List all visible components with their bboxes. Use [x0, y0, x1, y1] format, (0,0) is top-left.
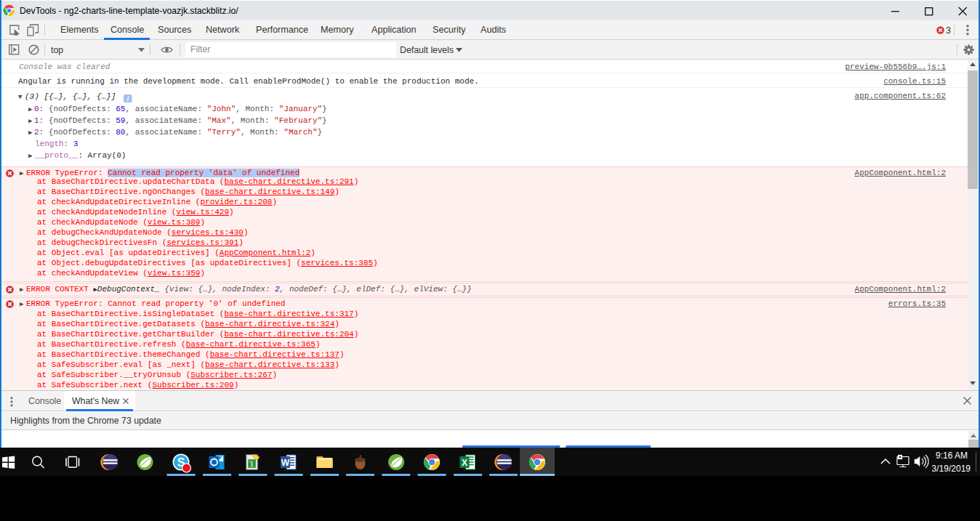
svg-text:i: i	[127, 94, 129, 102]
